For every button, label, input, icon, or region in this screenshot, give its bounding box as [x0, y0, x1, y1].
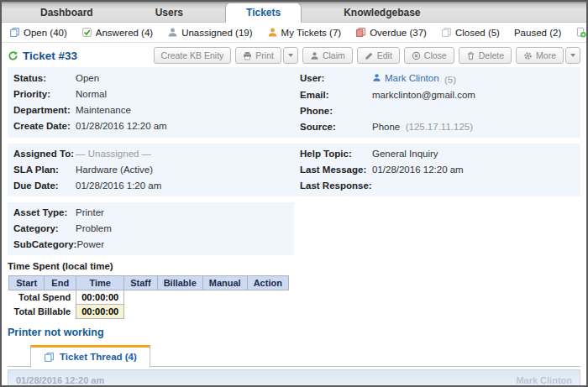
- source-value: Phone: [372, 122, 400, 132]
- subcategory-value: Power: [76, 238, 104, 250]
- more-button[interactable]: More: [516, 47, 564, 64]
- toolbar-item-label: Overdue (37): [370, 28, 427, 38]
- close-button[interactable]: Close: [404, 47, 454, 64]
- ticket-info-section: Status:Open Priority:Normal Department:M…: [8, 67, 580, 138]
- sla-plan-label: SLA Plan:: [13, 164, 76, 175]
- toolbar-item-overdue[interactable]: Overdue (37): [355, 27, 427, 38]
- assigned-to-value: — Unassigned —: [76, 148, 151, 160]
- toolbar-item-unassigned[interactable]: Unassigned (19): [167, 27, 252, 38]
- delete-label: Delete: [479, 50, 504, 60]
- ticket-number: Ticket #33: [23, 50, 77, 62]
- total-spend-row: Total Spend 00:00:00: [9, 290, 289, 304]
- message-date: 01/28/2016 12:20 am: [16, 375, 104, 387]
- department-label: Department:: [13, 104, 76, 116]
- ticket-header: Ticket #33 Create KB Enity Print Claim: [8, 43, 580, 67]
- total-billable-row: Total Billable 00:00:00: [9, 304, 289, 318]
- close-label: Close: [424, 50, 447, 60]
- ticket-subject: Printer not working: [8, 327, 580, 338]
- tab-tickets[interactable]: Tickets: [225, 3, 302, 23]
- person-icon: [372, 73, 381, 82]
- printer-icon: [243, 51, 252, 60]
- source-ip: (125.17.11.125): [406, 122, 473, 132]
- category-label: Category:: [13, 222, 76, 234]
- total-billable-label: Total Billable: [9, 304, 76, 318]
- print-button[interactable]: Print: [235, 47, 281, 64]
- status-label: Status:: [13, 72, 76, 84]
- toolbar-item-label: Paused (2): [514, 28, 561, 38]
- priority-value: Normal: [76, 88, 107, 100]
- create-kb-button[interactable]: Create KB Enity: [154, 47, 232, 64]
- total-spend-value: 00:00:00: [76, 290, 124, 304]
- status-value: Open: [76, 72, 99, 84]
- ticket-stack-icon: [44, 352, 55, 363]
- col-time: Time: [76, 275, 124, 290]
- assigned-to-label: Assigned To:: [13, 148, 76, 160]
- toolbar-item-my-tickets[interactable]: My Tickets (7): [267, 27, 342, 38]
- person-icon: [167, 27, 178, 38]
- toolbar-item-paused[interactable]: Paused (2): [514, 28, 561, 38]
- tab-users[interactable]: Users: [135, 3, 203, 22]
- toolbar-item-new-ticket[interactable]: New Ticket: [575, 27, 588, 38]
- helpdesk-window: Dashboard Users Tickets Knowledgebase Op…: [0, 0, 588, 387]
- print-label: Print: [255, 50, 274, 60]
- main-nav-tabs: Dashboard Users Tickets Knowledgebase: [2, 2, 586, 23]
- thread-tab-label: Ticket Thread (4): [60, 352, 137, 362]
- check-square-icon: [81, 27, 92, 38]
- due-date-value: 01/28/2016 1:20 am: [76, 180, 161, 191]
- ticket-stack-icon: [355, 27, 366, 38]
- caret-down-icon: [288, 54, 293, 57]
- toolbar-item-label: Open (40): [24, 28, 67, 38]
- category-value: Problem: [76, 222, 112, 234]
- asset-type-label: Asset Type:: [13, 207, 76, 218]
- user-ticket-count: (5): [444, 74, 456, 84]
- ticket-stack-icon: [9, 27, 20, 38]
- trash-icon: [466, 51, 475, 60]
- last-message-value: 01/28/2016 12:20 am: [372, 164, 464, 175]
- person-icon: [310, 51, 319, 60]
- caret-down-icon: [570, 54, 575, 57]
- asset-section: Asset Type:Printer Category:Problem SubC…: [8, 202, 294, 255]
- tab-ticket-thread[interactable]: Ticket Thread (4): [30, 345, 150, 368]
- source-label: Source:: [300, 121, 372, 133]
- help-topic-value: General Inquiry: [372, 148, 438, 160]
- toolbar-item-label: Unassigned (19): [181, 28, 252, 38]
- sla-plan-value: Hardware (Active): [76, 164, 153, 175]
- total-spend-label: Total Spend: [9, 290, 76, 304]
- ticket-stack-icon: [441, 27, 452, 38]
- user-link[interactable]: Mark Clinton: [372, 72, 439, 84]
- due-date-label: Due Date:: [13, 180, 76, 191]
- priority-label: Priority:: [13, 88, 76, 100]
- more-label: More: [536, 50, 556, 60]
- print-dropdown-button[interactable]: [283, 47, 298, 64]
- action-buttons: Create KB Enity Print Claim Edit: [154, 47, 580, 64]
- claim-button[interactable]: Claim: [302, 47, 353, 64]
- last-response-label: Last Response:: [300, 180, 372, 191]
- tab-dashboard[interactable]: Dashboard: [20, 3, 113, 22]
- toolbar-item-closed[interactable]: Closed (5): [441, 27, 500, 38]
- refresh-icon[interactable]: [8, 50, 18, 61]
- total-billable-value: 00:00:00: [76, 304, 124, 318]
- col-end: End: [45, 275, 76, 290]
- time-spent-title: Time Spent (local time): [8, 261, 580, 271]
- subcategory-label: SubCategory:: [13, 238, 76, 250]
- tab-knowledgebase[interactable]: Knowledgebase: [323, 3, 440, 22]
- edit-button[interactable]: Edit: [357, 47, 400, 64]
- toolbar-item-answered[interactable]: Answered (4): [81, 27, 153, 38]
- more-dropdown-button[interactable]: [565, 47, 580, 64]
- close-circle-icon: [412, 51, 421, 60]
- toolbar-item-label: My Tickets (7): [281, 28, 342, 38]
- new-ticket-icon: [575, 27, 586, 38]
- message-author: Mark Clinton: [516, 375, 572, 387]
- col-action: Action: [247, 275, 288, 290]
- col-staff: Staff: [124, 275, 157, 290]
- delete-button[interactable]: Delete: [459, 47, 512, 64]
- ticket-title: Ticket #33: [8, 50, 77, 62]
- col-billable: Billable: [157, 275, 202, 290]
- thread-tab-bar: Ticket Thread (4): [8, 344, 580, 367]
- asset-type-value: Printer: [76, 207, 104, 218]
- toolbar-item-label: Closed (5): [455, 28, 500, 38]
- claim-label: Claim: [323, 50, 345, 60]
- gear-icon: [523, 51, 533, 60]
- toolbar-item-open[interactable]: Open (40): [9, 27, 67, 38]
- user-label: User:: [300, 72, 372, 86]
